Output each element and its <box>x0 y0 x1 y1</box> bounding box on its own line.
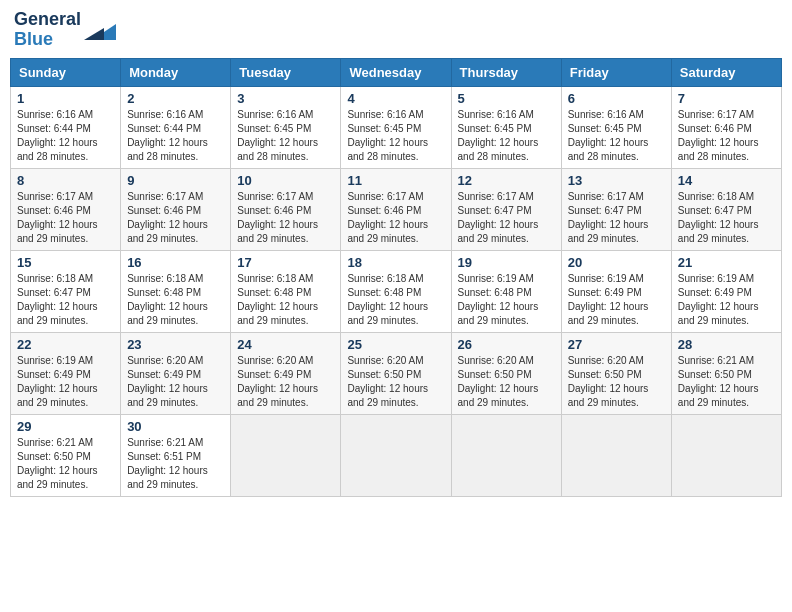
day-number: 11 <box>347 173 444 188</box>
calendar-week-3: 15 Sunrise: 6:18 AMSunset: 6:47 PMDaylig… <box>11 250 782 332</box>
day-number: 3 <box>237 91 334 106</box>
calendar-cell: 23 Sunrise: 6:20 AMSunset: 6:49 PMDaylig… <box>121 332 231 414</box>
calendar-cell: 30 Sunrise: 6:21 AMSunset: 6:51 PMDaylig… <box>121 414 231 496</box>
calendar-cell: 21 Sunrise: 6:19 AMSunset: 6:49 PMDaylig… <box>671 250 781 332</box>
svg-marker-1 <box>84 28 104 40</box>
day-info: Sunrise: 6:21 AMSunset: 6:50 PMDaylight:… <box>678 354 775 410</box>
day-number: 10 <box>237 173 334 188</box>
day-info: Sunrise: 6:20 AMSunset: 6:49 PMDaylight:… <box>127 354 224 410</box>
day-number: 7 <box>678 91 775 106</box>
weekday-header-wednesday: Wednesday <box>341 58 451 86</box>
calendar-cell: 10 Sunrise: 6:17 AMSunset: 6:46 PMDaylig… <box>231 168 341 250</box>
day-number: 25 <box>347 337 444 352</box>
day-number: 29 <box>17 419 114 434</box>
day-number: 30 <box>127 419 224 434</box>
day-number: 27 <box>568 337 665 352</box>
day-info: Sunrise: 6:17 AMSunset: 6:46 PMDaylight:… <box>127 190 224 246</box>
calendar-cell: 29 Sunrise: 6:21 AMSunset: 6:50 PMDaylig… <box>11 414 121 496</box>
day-info: Sunrise: 6:16 AMSunset: 6:45 PMDaylight:… <box>347 108 444 164</box>
calendar-cell: 27 Sunrise: 6:20 AMSunset: 6:50 PMDaylig… <box>561 332 671 414</box>
day-info: Sunrise: 6:18 AMSunset: 6:48 PMDaylight:… <box>127 272 224 328</box>
calendar-cell: 16 Sunrise: 6:18 AMSunset: 6:48 PMDaylig… <box>121 250 231 332</box>
calendar-cell: 25 Sunrise: 6:20 AMSunset: 6:50 PMDaylig… <box>341 332 451 414</box>
calendar-week-1: 1 Sunrise: 6:16 AMSunset: 6:44 PMDayligh… <box>11 86 782 168</box>
logo: General Blue <box>14 10 116 50</box>
calendar-cell: 24 Sunrise: 6:20 AMSunset: 6:49 PMDaylig… <box>231 332 341 414</box>
day-number: 18 <box>347 255 444 270</box>
day-info: Sunrise: 6:19 AMSunset: 6:49 PMDaylight:… <box>678 272 775 328</box>
day-info: Sunrise: 6:20 AMSunset: 6:50 PMDaylight:… <box>458 354 555 410</box>
day-number: 19 <box>458 255 555 270</box>
weekday-header-friday: Friday <box>561 58 671 86</box>
calendar-week-2: 8 Sunrise: 6:17 AMSunset: 6:46 PMDayligh… <box>11 168 782 250</box>
page-header: General Blue <box>10 10 782 50</box>
calendar-cell: 5 Sunrise: 6:16 AMSunset: 6:45 PMDayligh… <box>451 86 561 168</box>
calendar-cell: 1 Sunrise: 6:16 AMSunset: 6:44 PMDayligh… <box>11 86 121 168</box>
day-info: Sunrise: 6:18 AMSunset: 6:48 PMDaylight:… <box>347 272 444 328</box>
calendar-cell <box>451 414 561 496</box>
logo-text: General <box>14 10 81 30</box>
day-info: Sunrise: 6:20 AMSunset: 6:50 PMDaylight:… <box>568 354 665 410</box>
day-number: 14 <box>678 173 775 188</box>
day-info: Sunrise: 6:17 AMSunset: 6:46 PMDaylight:… <box>347 190 444 246</box>
calendar-cell: 19 Sunrise: 6:19 AMSunset: 6:48 PMDaylig… <box>451 250 561 332</box>
day-info: Sunrise: 6:19 AMSunset: 6:49 PMDaylight:… <box>568 272 665 328</box>
calendar-cell: 7 Sunrise: 6:17 AMSunset: 6:46 PMDayligh… <box>671 86 781 168</box>
calendar-cell: 12 Sunrise: 6:17 AMSunset: 6:47 PMDaylig… <box>451 168 561 250</box>
calendar-cell: 15 Sunrise: 6:18 AMSunset: 6:47 PMDaylig… <box>11 250 121 332</box>
day-info: Sunrise: 6:16 AMSunset: 6:45 PMDaylight:… <box>237 108 334 164</box>
day-number: 20 <box>568 255 665 270</box>
calendar-cell <box>231 414 341 496</box>
weekday-header-tuesday: Tuesday <box>231 58 341 86</box>
logo-icon <box>84 16 116 44</box>
day-info: Sunrise: 6:20 AMSunset: 6:50 PMDaylight:… <box>347 354 444 410</box>
day-number: 28 <box>678 337 775 352</box>
day-number: 22 <box>17 337 114 352</box>
calendar-week-5: 29 Sunrise: 6:21 AMSunset: 6:50 PMDaylig… <box>11 414 782 496</box>
calendar-cell: 9 Sunrise: 6:17 AMSunset: 6:46 PMDayligh… <box>121 168 231 250</box>
day-number: 8 <box>17 173 114 188</box>
day-number: 12 <box>458 173 555 188</box>
day-number: 24 <box>237 337 334 352</box>
calendar-cell: 11 Sunrise: 6:17 AMSunset: 6:46 PMDaylig… <box>341 168 451 250</box>
calendar-cell: 2 Sunrise: 6:16 AMSunset: 6:44 PMDayligh… <box>121 86 231 168</box>
weekday-header-saturday: Saturday <box>671 58 781 86</box>
day-number: 15 <box>17 255 114 270</box>
day-info: Sunrise: 6:16 AMSunset: 6:45 PMDaylight:… <box>458 108 555 164</box>
calendar-cell: 3 Sunrise: 6:16 AMSunset: 6:45 PMDayligh… <box>231 86 341 168</box>
calendar-cell: 6 Sunrise: 6:16 AMSunset: 6:45 PMDayligh… <box>561 86 671 168</box>
day-info: Sunrise: 6:18 AMSunset: 6:47 PMDaylight:… <box>17 272 114 328</box>
day-info: Sunrise: 6:21 AMSunset: 6:51 PMDaylight:… <box>127 436 224 492</box>
day-number: 17 <box>237 255 334 270</box>
day-info: Sunrise: 6:18 AMSunset: 6:48 PMDaylight:… <box>237 272 334 328</box>
calendar-week-4: 22 Sunrise: 6:19 AMSunset: 6:49 PMDaylig… <box>11 332 782 414</box>
day-info: Sunrise: 6:16 AMSunset: 6:45 PMDaylight:… <box>568 108 665 164</box>
calendar-cell <box>341 414 451 496</box>
weekday-header-monday: Monday <box>121 58 231 86</box>
day-number: 23 <box>127 337 224 352</box>
day-info: Sunrise: 6:17 AMSunset: 6:47 PMDaylight:… <box>568 190 665 246</box>
day-info: Sunrise: 6:21 AMSunset: 6:50 PMDaylight:… <box>17 436 114 492</box>
day-info: Sunrise: 6:17 AMSunset: 6:46 PMDaylight:… <box>17 190 114 246</box>
calendar-cell: 13 Sunrise: 6:17 AMSunset: 6:47 PMDaylig… <box>561 168 671 250</box>
day-info: Sunrise: 6:17 AMSunset: 6:46 PMDaylight:… <box>678 108 775 164</box>
day-number: 21 <box>678 255 775 270</box>
calendar-cell <box>671 414 781 496</box>
calendar-table: SundayMondayTuesdayWednesdayThursdayFrid… <box>10 58 782 497</box>
day-info: Sunrise: 6:16 AMSunset: 6:44 PMDaylight:… <box>127 108 224 164</box>
day-info: Sunrise: 6:17 AMSunset: 6:46 PMDaylight:… <box>237 190 334 246</box>
calendar-cell: 18 Sunrise: 6:18 AMSunset: 6:48 PMDaylig… <box>341 250 451 332</box>
day-number: 6 <box>568 91 665 106</box>
calendar-cell: 20 Sunrise: 6:19 AMSunset: 6:49 PMDaylig… <box>561 250 671 332</box>
day-number: 5 <box>458 91 555 106</box>
day-info: Sunrise: 6:19 AMSunset: 6:48 PMDaylight:… <box>458 272 555 328</box>
day-number: 2 <box>127 91 224 106</box>
day-number: 26 <box>458 337 555 352</box>
day-info: Sunrise: 6:19 AMSunset: 6:49 PMDaylight:… <box>17 354 114 410</box>
day-number: 4 <box>347 91 444 106</box>
calendar-cell: 28 Sunrise: 6:21 AMSunset: 6:50 PMDaylig… <box>671 332 781 414</box>
day-number: 16 <box>127 255 224 270</box>
day-number: 13 <box>568 173 665 188</box>
calendar-cell <box>561 414 671 496</box>
day-info: Sunrise: 6:20 AMSunset: 6:49 PMDaylight:… <box>237 354 334 410</box>
